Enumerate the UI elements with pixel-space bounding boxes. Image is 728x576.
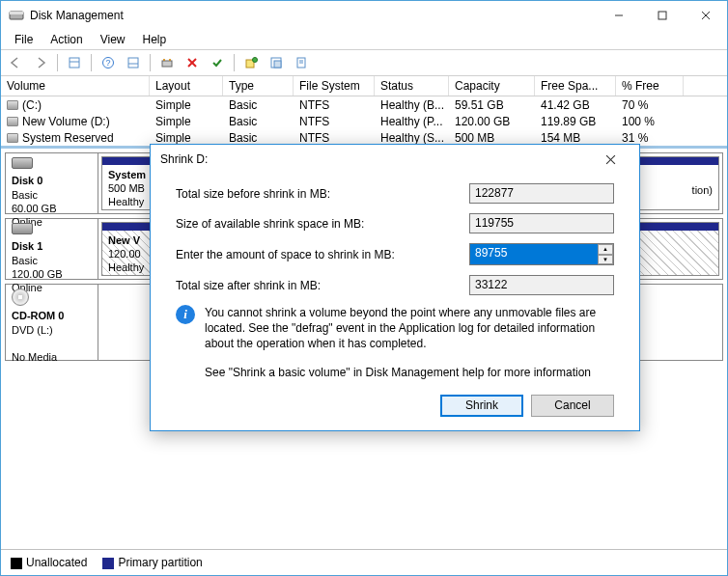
value-available: 119755 (469, 213, 614, 233)
volume-icon (7, 133, 18, 143)
spin-down-button[interactable]: ▼ (598, 255, 613, 265)
info-text: You cannot shrink a volume beyond the po… (205, 305, 614, 352)
disk-label: Disk 0 Basic 60.00 GB Online (6, 153, 98, 213)
window-title: Disk Management (30, 9, 597, 22)
dialog-title: Shrink D: (160, 152, 591, 166)
cancel-button[interactable]: Cancel (531, 395, 614, 417)
col-fs[interactable]: File System (294, 76, 375, 96)
toolbar: ? (1, 49, 727, 76)
new-partition-button[interactable] (240, 52, 262, 73)
disk-label: Disk 1 Basic 120.00 GB Online (6, 219, 98, 279)
menu-help[interactable]: Help (135, 31, 175, 48)
col-volume[interactable]: Volume (1, 76, 150, 96)
dialog-titlebar: Shrink D: (151, 145, 639, 174)
info-icon: i (176, 305, 195, 324)
legend-swatch-primary (102, 558, 114, 569)
disk-icon (12, 223, 33, 234)
close-button[interactable] (684, 2, 727, 30)
apply-button[interactable] (207, 52, 228, 73)
settings-button[interactable] (156, 52, 178, 73)
dialog-close-button[interactable] (591, 146, 630, 173)
menu-view[interactable]: View (93, 31, 133, 48)
label-total-before: Total size before shrink in MB: (176, 187, 469, 201)
minimize-button[interactable] (597, 2, 640, 30)
label-total-after: Total size after shrink in MB: (176, 279, 469, 292)
spin-up-button[interactable]: ▲ (598, 244, 613, 255)
value-total-after: 33122 (469, 275, 614, 295)
volume-grid-header: Volume Layout Type File System Status Ca… (1, 76, 727, 96)
label-available: Size of available shrink space in MB: (176, 217, 469, 231)
view-top-button[interactable] (64, 52, 85, 73)
shrink-dialog: Shrink D: Total size before shrink in MB… (150, 144, 640, 431)
menu-file[interactable]: File (7, 31, 41, 48)
properties-button[interactable] (291, 52, 312, 73)
col-layout[interactable]: Layout (150, 76, 223, 96)
svg-rect-18 (274, 61, 281, 68)
back-button[interactable] (5, 52, 26, 73)
maximize-button[interactable] (640, 2, 684, 30)
shrink-button[interactable]: Shrink (440, 395, 523, 417)
disk-label: CD-ROM 0 DVD (L:) No Media (6, 285, 98, 360)
svg-rect-6 (70, 58, 79, 68)
forward-button[interactable] (30, 52, 51, 73)
svg-rect-10 (128, 58, 138, 68)
volume-row[interactable]: New Volume (D:) Simple Basic NTFS Health… (1, 113, 727, 129)
col-pct[interactable]: % Free (616, 76, 684, 96)
volume-icon (7, 100, 18, 110)
shrink-amount-input[interactable]: 89755 (469, 243, 614, 265)
volume-icon (7, 117, 18, 126)
resize-button[interactable] (266, 52, 287, 73)
help-button[interactable]: ? (98, 52, 119, 73)
menu-action[interactable]: Action (42, 31, 90, 48)
svg-rect-3 (658, 12, 666, 19)
label-enter-amount: Enter the amount of space to shrink in M… (176, 248, 469, 261)
disk-icon (12, 157, 33, 169)
col-capacity[interactable]: Capacity (449, 76, 535, 96)
menubar: File Action View Help (1, 30, 727, 49)
svg-point-16 (253, 58, 258, 63)
col-status[interactable]: Status (375, 76, 449, 96)
app-icon (9, 8, 24, 23)
value-total-before: 122877 (469, 183, 614, 204)
col-free[interactable]: Free Spa... (535, 76, 616, 96)
cdrom-icon (12, 288, 29, 306)
svg-rect-12 (162, 61, 172, 67)
delete-button[interactable] (182, 52, 203, 73)
legend: Unallocated Primary partition (1, 549, 727, 575)
titlebar: Disk Management (1, 1, 727, 30)
view-bottom-button[interactable] (123, 52, 144, 73)
volume-row[interactable]: (C:) Simple Basic NTFS Healthy (B... 59.… (1, 96, 727, 113)
help-text: See "Shrink a basic volume" in Disk Mana… (205, 366, 614, 379)
svg-text:?: ? (105, 58, 110, 68)
legend-swatch-unallocated (11, 558, 22, 569)
svg-rect-1 (10, 12, 23, 14)
col-type[interactable]: Type (223, 76, 294, 96)
volume-grid-body: (C:) Simple Basic NTFS Healthy (B... 59.… (1, 96, 727, 146)
